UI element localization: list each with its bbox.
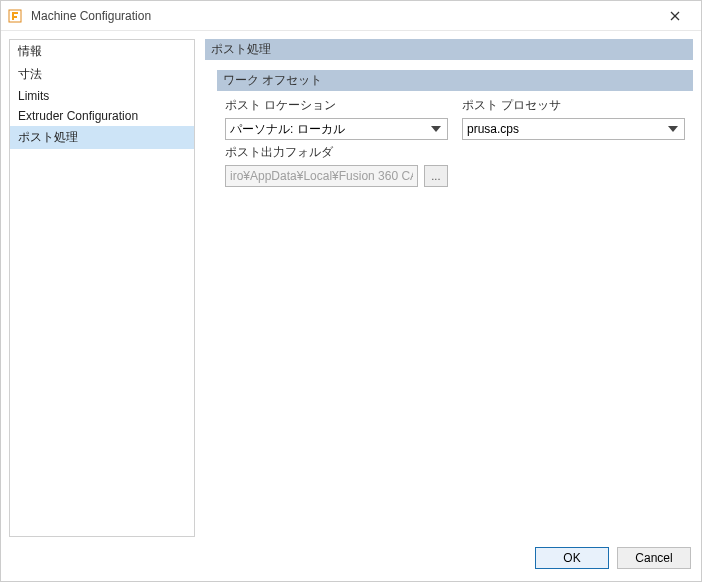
label-post-location: ポスト ロケーション: [225, 97, 448, 114]
machine-configuration-window: Machine Configuration 情報 寸法 Limits Extru…: [0, 0, 702, 582]
fields-grid: ポスト ロケーション ポスト プロセッサ パーソナル: ローカル prusa.c…: [217, 97, 693, 187]
select-post-processor[interactable]: prusa.cps: [462, 118, 685, 140]
subsection-work-offset: ワーク オフセット ポスト ロケーション ポスト プロセッサ パーソナル: ロー…: [217, 70, 693, 187]
label-post-processor: ポスト プロセッサ: [462, 97, 685, 114]
sidebar-item-label: 情報: [18, 44, 42, 58]
ellipsis-icon: ...: [431, 170, 440, 182]
window-title: Machine Configuration: [31, 9, 655, 23]
sidebar-item-limits[interactable]: Limits: [10, 86, 194, 106]
sidebar-item-label: ポスト処理: [18, 130, 78, 144]
dialog-body: 情報 寸法 Limits Extruder Configuration ポスト処…: [1, 31, 701, 541]
label-post-output-folder: ポスト出力フォルダ: [225, 144, 448, 161]
fusion-icon: [7, 8, 23, 24]
select-post-location[interactable]: パーソナル: ローカル: [225, 118, 448, 140]
dialog-footer: OK Cancel: [1, 541, 701, 581]
close-button[interactable]: [655, 2, 695, 30]
sidebar-item-label: Extruder Configuration: [18, 109, 138, 123]
sidebar-item-post-processing[interactable]: ポスト処理: [10, 126, 194, 149]
sidebar-item-extruder-configuration[interactable]: Extruder Configuration: [10, 106, 194, 126]
input-post-output-folder[interactable]: [225, 165, 418, 187]
sidebar-item-label: 寸法: [18, 67, 42, 81]
subsection-header-work-offset: ワーク オフセット: [217, 70, 693, 91]
titlebar: Machine Configuration: [1, 1, 701, 31]
close-icon: [670, 11, 680, 21]
sidebar-item-dimensions[interactable]: 寸法: [10, 63, 194, 86]
sidebar-item-info[interactable]: 情報: [10, 40, 194, 63]
ok-button[interactable]: OK: [535, 547, 609, 569]
section-header-post-processing: ポスト処理: [205, 39, 693, 60]
sidebar: 情報 寸法 Limits Extruder Configuration ポスト処…: [9, 39, 195, 537]
browse-output-folder-button[interactable]: ...: [424, 165, 448, 187]
cancel-button[interactable]: Cancel: [617, 547, 691, 569]
sidebar-item-label: Limits: [18, 89, 49, 103]
main-panel: ポスト処理 ワーク オフセット ポスト ロケーション ポスト プロセッサ パーソ…: [205, 39, 693, 537]
